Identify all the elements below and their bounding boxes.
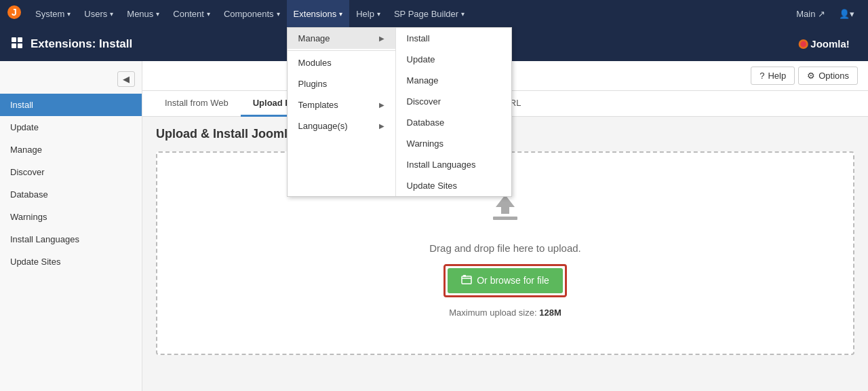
browse-file-icon <box>461 274 472 287</box>
svg-text:Joomla!: Joomla! <box>810 38 850 50</box>
nav-help-arrow: ▾ <box>377 10 380 18</box>
extensions-dropdown: Manage ▶ Modules Plugins Templates ▶ Lan… <box>287 27 512 197</box>
ext-menu-templates[interactable]: Templates ▶ <box>288 94 395 115</box>
languages-submenu-arrow: ▶ <box>379 122 384 130</box>
nav-extensions-arrow: ▾ <box>339 10 342 18</box>
drag-drop-text: Drag and drop file here to upload. <box>429 242 580 254</box>
sidebar-item-install[interactable]: Install <box>0 94 142 116</box>
sidebar-item-warnings[interactable]: Warnings <box>0 206 142 228</box>
nav-components-arrow: ▾ <box>277 10 280 18</box>
joomla-brand: Joomla! <box>797 34 858 54</box>
sidebar-toggle-button[interactable]: ◀ <box>117 71 135 87</box>
svg-text:J: J <box>12 7 17 18</box>
nav-components[interactable]: Components ▾ <box>217 0 287 27</box>
page-title: Extensions: Install <box>31 37 132 51</box>
svg-rect-12 <box>463 275 466 277</box>
nav-user[interactable]: 👤▾ <box>832 0 861 27</box>
sidebar: ◀ Install Update Manage Discover Databas… <box>0 61 142 391</box>
svg-rect-3 <box>18 37 22 42</box>
nav-content-arrow: ▾ <box>207 10 210 18</box>
options-button[interactable]: ⚙ Options <box>798 67 858 85</box>
user-icon: 👤▾ <box>839 9 854 19</box>
svg-marker-9 <box>496 195 515 214</box>
ext-right-database[interactable]: Database <box>396 112 511 133</box>
upload-limit-text: Maximum upload size: 128M <box>449 308 561 318</box>
ext-right-warnings[interactable]: Warnings <box>396 133 511 154</box>
extensions-dropdown-right: Install Update Manage Discover Database … <box>396 28 511 196</box>
nav-sp-arrow: ▾ <box>461 10 465 18</box>
nav-system-arrow: ▾ <box>67 10 71 18</box>
sidebar-item-discover[interactable]: Discover <box>0 161 142 183</box>
ext-right-discover[interactable]: Discover <box>396 91 511 112</box>
ext-right-update[interactable]: Update <box>396 49 511 70</box>
ext-menu-plugins[interactable]: Plugins <box>288 73 395 94</box>
nav-extensions[interactable]: Extensions ▾ Manage ▶ Modules Plugins Te… <box>287 0 350 27</box>
svg-rect-2 <box>12 37 16 42</box>
sidebar-toggle-area: ◀ <box>0 68 142 94</box>
nav-right: Main ↗ 👤▾ <box>789 0 861 27</box>
svg-rect-10 <box>493 217 517 220</box>
nav-users[interactable]: Users ▾ <box>77 0 120 27</box>
nav-users-arrow: ▾ <box>110 10 113 18</box>
extensions-dropdown-left: Manage ▶ Modules Plugins Templates ▶ Lan… <box>288 28 396 196</box>
manage-submenu-arrow: ▶ <box>379 35 384 42</box>
ext-right-manage[interactable]: Manage <box>396 70 511 91</box>
nav-menus[interactable]: Menus ▾ <box>120 0 166 27</box>
ext-menu-divider <box>288 50 395 51</box>
nav-help[interactable]: Help ▾ <box>349 0 387 27</box>
ext-right-install-languages[interactable]: Install Languages <box>396 154 511 175</box>
tab-install-from-web[interactable]: Install from Web <box>153 91 241 117</box>
top-navbar: J System ▾ Users ▾ Menus ▾ Content ▾ Com… <box>0 0 868 27</box>
sidebar-item-install-languages[interactable]: Install Languages <box>0 228 142 250</box>
help-icon: ? <box>760 71 764 81</box>
sidebar-item-database[interactable]: Database <box>0 183 142 206</box>
sidebar-item-manage[interactable]: Manage <box>0 138 142 161</box>
nav-main[interactable]: Main ↗ <box>789 0 832 27</box>
templates-submenu-arrow: ▶ <box>379 101 384 109</box>
nav-content[interactable]: Content ▾ <box>166 0 217 27</box>
ext-menu-manage[interactable]: Manage ▶ <box>288 28 395 49</box>
help-button[interactable]: ? Help <box>751 67 795 85</box>
svg-rect-5 <box>18 43 22 48</box>
svg-rect-4 <box>12 43 16 48</box>
ext-menu-languages[interactable]: Language(s) ▶ <box>288 115 395 136</box>
nav-menus-arrow: ▾ <box>156 10 159 18</box>
nav-sp-page-builder[interactable]: SP Page Builder ▾ <box>387 0 471 27</box>
extensions-icon <box>10 36 24 53</box>
ext-right-install[interactable]: Install <box>396 28 511 49</box>
sidebar-item-update-sites[interactable]: Update Sites <box>0 250 142 273</box>
sidebar-item-update[interactable]: Update <box>0 116 142 138</box>
svg-point-7 <box>800 41 806 48</box>
browse-btn-highlight: Or browse for file <box>443 264 567 297</box>
browse-button[interactable]: Or browse for file <box>448 268 563 293</box>
options-icon: ⚙ <box>807 71 815 81</box>
nav-system[interactable]: System ▾ <box>28 0 77 27</box>
joomla-icon: J <box>7 5 22 23</box>
ext-right-update-sites[interactable]: Update Sites <box>396 175 511 196</box>
svg-rect-11 <box>462 276 471 284</box>
ext-menu-modules[interactable]: Modules <box>288 52 395 73</box>
upload-limit-value: 128M <box>539 308 561 318</box>
